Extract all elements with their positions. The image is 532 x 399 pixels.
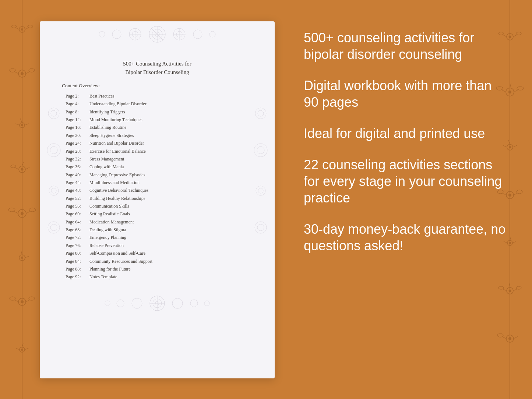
right-panel: 500+ counseling activities for bipolar d… (304, 29, 510, 269)
table-of-contents-item: Page 68: Dealing with Stigma (66, 226, 256, 234)
svg-point-7 (28, 25, 33, 28)
toc-page-number: Page 60: (66, 210, 89, 218)
toc-page-number: Page 64: (66, 218, 89, 226)
toc-page-number: Page 20: (66, 132, 89, 140)
svg-point-110 (193, 30, 202, 39)
svg-point-21 (21, 168, 24, 171)
svg-point-14 (29, 68, 35, 72)
svg-point-112 (209, 31, 215, 37)
table-of-contents-item: Page 76: Relapse Prevention (66, 242, 256, 250)
document-title-line1: 500+ Counseling Activities for (123, 61, 191, 67)
content-overview-label: Content Overview: (62, 83, 256, 89)
svg-line-79 (512, 241, 516, 243)
toc-page-title: Cognitive Behavioral Techniques (89, 187, 148, 194)
table-of-contents: Page 2: Best PracticesPage 4: Understand… (66, 92, 256, 281)
svg-point-82 (509, 290, 511, 292)
table-of-contents-item: Page 84: Community Resources and Support (66, 258, 256, 265)
floral-decoration-left (0, 0, 44, 399)
toc-page-title: Nutrition and Bipolar Disorder (89, 140, 144, 147)
toc-page-title: Understanding Bipolar Disorder (89, 100, 147, 108)
table-of-contents-item: Page 2: Best Practices (66, 92, 256, 100)
feature-1: 500+ counseling activities for bipolar d… (304, 29, 510, 63)
toc-page-number: Page 4: (66, 100, 89, 108)
toc-page-number: Page 92: (66, 273, 89, 281)
svg-point-86 (498, 286, 504, 289)
svg-line-36 (25, 256, 29, 258)
document-content: 500+ Counseling Activities for Bipolar D… (40, 47, 275, 292)
toc-page-number: Page 32: (66, 155, 89, 163)
doc-bottom-pattern (40, 292, 275, 314)
svg-line-19 (15, 124, 20, 125)
svg-line-91 (514, 336, 518, 339)
svg-point-89 (508, 337, 511, 340)
svg-point-25 (11, 165, 16, 168)
feature-4: 22 counseling activities sections for ev… (304, 156, 510, 206)
svg-point-2 (21, 28, 23, 31)
svg-line-53 (513, 35, 517, 37)
table-of-contents-item: Page 72: Emergency Planning (66, 234, 256, 241)
feature-2: Digital workbook with more than 90 pages (304, 77, 510, 110)
toc-page-number: Page 12: (66, 116, 89, 124)
table-of-contents-item: Page 36: Coping with Mania (66, 163, 256, 171)
svg-point-34 (21, 257, 23, 259)
svg-line-85 (503, 289, 507, 291)
svg-point-42 (10, 297, 15, 300)
feature-3: Ideal for digital and printed use (304, 125, 510, 142)
svg-point-13 (10, 68, 15, 72)
svg-point-138 (105, 301, 110, 306)
toc-page-number: Page 72: (66, 234, 89, 241)
toc-page-title: Notes Template (89, 273, 117, 281)
svg-point-63 (517, 86, 524, 90)
svg-line-47 (25, 348, 28, 350)
toc-page-number: Page 28: (66, 148, 89, 155)
toc-page-title: Stress Management (89, 155, 124, 163)
table-of-contents-item: Page 88: Planning for the Future (66, 265, 256, 273)
table-of-contents-item: Page 44: Mindfulness and Meditation (66, 179, 256, 187)
svg-line-18 (25, 124, 29, 125)
toc-page-number: Page 44: (66, 179, 89, 187)
table-of-contents-item: Page 4: Understanding Bipolar Disorder (66, 100, 256, 108)
table-of-contents-item: Page 20: Sleep Hygiene Strategies (66, 132, 256, 140)
table-of-contents-item: Page 48: Cognitive Behavioral Techniques (66, 187, 256, 194)
table-of-contents-item: Page 80: Self-Compassion and Self-Care (66, 250, 256, 257)
toc-page-title: Self-Compassion and Self-Care (89, 250, 145, 257)
table-of-contents-item: Page 64: Medication Management (66, 218, 256, 226)
svg-line-67 (513, 145, 517, 147)
toc-page-number: Page 40: (66, 171, 89, 179)
svg-point-43 (29, 297, 35, 300)
feature-5: 30-day money-back guarantee, no question… (304, 221, 510, 254)
svg-point-38 (21, 300, 24, 303)
toc-page-title: Medication Management (89, 218, 134, 226)
toc-page-title: Communication Skills (89, 202, 129, 210)
svg-point-16 (21, 124, 23, 126)
table-of-contents-item: Page 12: Mood Monitoring Techniques (66, 116, 256, 124)
svg-point-27 (21, 212, 24, 215)
svg-point-136 (117, 300, 124, 307)
toc-page-title: Mood Monitoring Techniques (89, 116, 142, 124)
svg-line-23 (25, 167, 29, 169)
toc-page-title: Identifying Triggers (89, 108, 125, 116)
toc-page-number: Page 88: (66, 265, 89, 273)
svg-point-93 (497, 333, 503, 337)
toc-page-title: Coping with Mania (89, 163, 124, 171)
toc-page-number: Page 8: (66, 108, 89, 116)
svg-point-45 (21, 349, 23, 351)
doc-top-pattern (40, 21, 275, 47)
table-of-contents-item: Page 52: Building Healthy Relationships (66, 195, 256, 202)
svg-point-109 (112, 30, 121, 39)
table-of-contents-item: Page 32: Stress Management (66, 155, 256, 163)
svg-line-48 (16, 348, 20, 350)
svg-line-24 (15, 167, 19, 169)
svg-point-111 (99, 31, 105, 37)
toc-page-title: Best Practices (89, 92, 114, 100)
toc-page-title: Exercise for Emotional Balance (89, 148, 146, 155)
table-of-contents-item: Page 92: Notes Template (66, 273, 256, 281)
toc-page-number: Page 2: (66, 92, 89, 100)
toc-page-number: Page 16: (66, 124, 89, 131)
toc-page-number: Page 76: (66, 242, 89, 250)
svg-line-4 (25, 28, 29, 29)
table-of-contents-item: Page 40: Managing Depressive Episodes (66, 171, 256, 179)
document-title: 500+ Counseling Activities for Bipolar D… (58, 60, 256, 76)
toc-page-number: Page 68: (66, 226, 89, 234)
toc-page-title: Establishing Routine (89, 124, 126, 131)
